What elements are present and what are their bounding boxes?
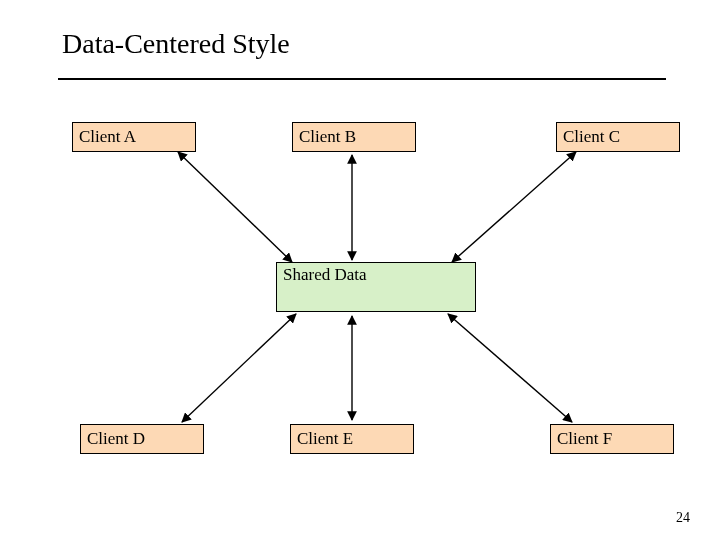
slide-title: Data-Centered Style	[62, 28, 290, 60]
svg-line-5	[448, 314, 572, 422]
svg-line-2	[452, 152, 576, 262]
client-b-box: Client B	[292, 122, 416, 152]
client-a-box: Client A	[72, 122, 196, 152]
client-c-box: Client C	[556, 122, 680, 152]
svg-line-3	[182, 314, 296, 422]
slide: Data-Centered Style Client A Client B Cl…	[0, 0, 720, 540]
title-divider	[58, 78, 666, 80]
svg-line-0	[178, 152, 292, 262]
client-e-box: Client E	[290, 424, 414, 454]
shared-data-box: Shared Data	[276, 262, 476, 312]
client-d-box: Client D	[80, 424, 204, 454]
client-f-box: Client F	[550, 424, 674, 454]
page-number: 24	[676, 510, 690, 526]
